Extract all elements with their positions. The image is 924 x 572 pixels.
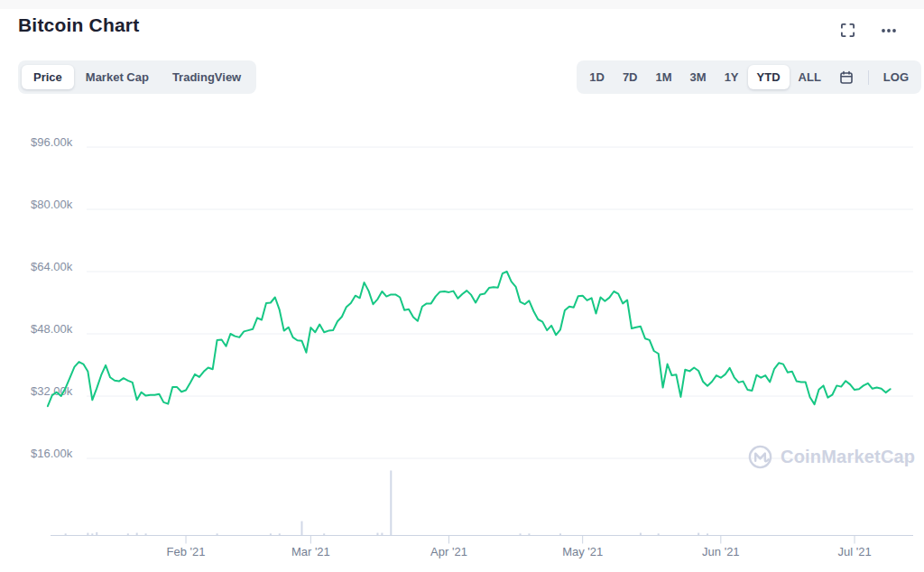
price-chart-canvas[interactable]: $96.00k$80.00k$64.00k$48.00k$32.00k$16.0… <box>0 0 924 572</box>
x-axis-label: May '21 <box>562 545 603 558</box>
y-axis-label: $64.00k <box>31 260 73 273</box>
x-axis-label: Apr '21 <box>430 545 467 558</box>
watermark-label: CoinMarketCap <box>781 447 915 467</box>
x-axis-label: Jun '21 <box>702 545 740 558</box>
price-line <box>48 272 891 406</box>
coinmarketcap-logo-icon <box>747 444 773 470</box>
x-axis-label: Feb '21 <box>167 545 206 558</box>
y-axis-label: $96.00k <box>31 135 73 149</box>
x-axis: Feb '21Mar '21Apr '21May '21Jun '21Jul '… <box>51 536 913 559</box>
y-axis-label: $80.00k <box>31 198 73 211</box>
x-axis-label: Mar '21 <box>291 545 330 558</box>
x-axis-label: Jul '21 <box>837 545 871 558</box>
bitcoin-chart-widget: Bitcoin Chart PriceMarket CapTradingView… <box>0 0 924 572</box>
coinmarketcap-watermark: CoinMarketCap <box>747 444 915 470</box>
volume-bars <box>65 471 708 536</box>
y-axis-label: $48.00k <box>31 322 73 336</box>
y-axis-label: $16.00k <box>31 447 73 460</box>
